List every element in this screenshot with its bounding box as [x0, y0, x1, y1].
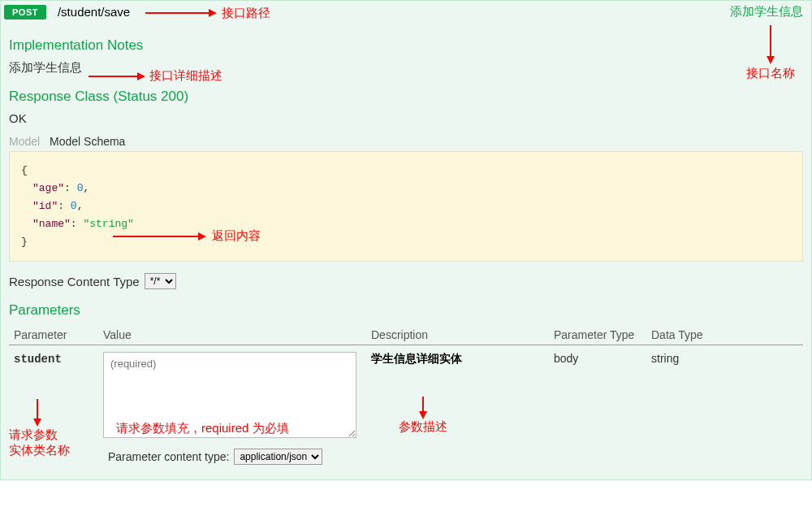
col-description: Description — [366, 325, 549, 345]
response-status-text: OK — [9, 111, 803, 125]
col-data-type: Data Type — [646, 325, 803, 345]
col-value: Value — [98, 325, 366, 345]
schema-val-id: 0 — [71, 200, 77, 212]
param-content-type-label: Parameter content type: — [108, 450, 229, 463]
param-type: body — [554, 352, 578, 365]
api-body: Implementation Notes 添加学生信息 Response Cla… — [1, 23, 811, 479]
api-header[interactable]: POST /student/save 添加学生信息 — [1, 1, 811, 23]
schema-key-name: "name" — [32, 218, 71, 230]
parameters-table: Parameter Value Description Parameter Ty… — [9, 325, 803, 468]
schema-val-name: "string" — [83, 218, 133, 230]
method-badge: POST — [4, 5, 46, 20]
param-data-type: string — [651, 352, 679, 365]
param-description: 学生信息详细实体 — [371, 352, 462, 365]
parameters-title: Parameters — [9, 302, 803, 319]
implementation-notes-title: Implementation Notes — [9, 37, 803, 54]
response-content-type-select[interactable]: */* — [145, 273, 176, 289]
api-path: /student/save — [58, 5, 730, 19]
col-parameter: Parameter — [9, 325, 98, 345]
param-content-type-row: Parameter content type: application/json — [108, 449, 361, 465]
param-name: student — [14, 353, 62, 366]
response-content-type-label: Response Content Type — [9, 275, 140, 288]
schema-key-id: "id" — [32, 200, 58, 212]
model-schema-box[interactable]: { "age": 0, "id": 0, "name": "string" } — [9, 151, 803, 262]
param-value-input[interactable] — [103, 352, 356, 438]
schema-key-age: "age" — [32, 182, 64, 194]
response-class-title: Response Class (Status 200) — [9, 89, 803, 105]
implementation-notes-text: 添加学生信息 — [9, 60, 803, 76]
col-parameter-type: Parameter Type — [549, 325, 646, 345]
response-content-type-row: Response Content Type */* — [9, 273, 803, 289]
tab-model[interactable]: Model — [9, 135, 40, 148]
api-panel: POST /student/save 添加学生信息 Implementation… — [0, 0, 812, 480]
schema-tabs: Model Model Schema — [9, 135, 803, 148]
table-row: student Parameter content type: applicat… — [9, 345, 803, 469]
parameters-header-row: Parameter Value Description Parameter Ty… — [9, 325, 803, 345]
param-content-type-select[interactable]: application/json — [234, 449, 322, 465]
api-name: 添加学生信息 — [730, 4, 803, 20]
tab-model-schema[interactable]: Model Schema — [50, 135, 125, 148]
